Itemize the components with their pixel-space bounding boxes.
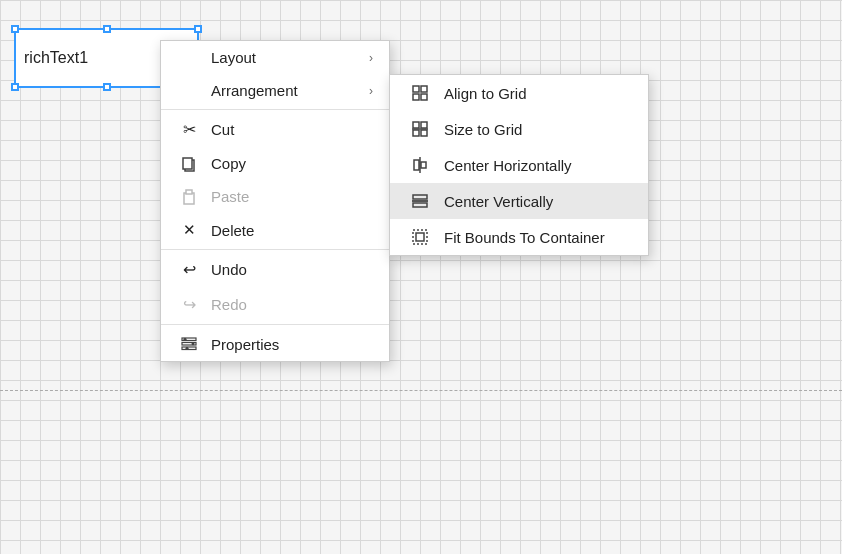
arrangement-submenu: Align to Grid Size to Grid [389, 74, 649, 256]
properties-icon [177, 335, 201, 353]
divider-3 [161, 324, 389, 325]
svg-rect-2 [413, 94, 419, 100]
submenu-item-align-to-grid[interactable]: Align to Grid [390, 75, 648, 111]
menu-item-copy-label: Copy [211, 155, 373, 172]
fit-bounds-icon [406, 228, 434, 246]
menu-item-redo-label: Redo [211, 296, 373, 313]
svg-point-24 [184, 338, 187, 341]
center-horizontally-icon [406, 156, 434, 174]
arrangement-arrow-icon: › [369, 84, 373, 98]
submenu-item-fit-bounds[interactable]: Fit Bounds To Container [390, 219, 648, 255]
handle-bottom-middle [103, 83, 111, 91]
svg-rect-20 [186, 190, 192, 194]
svg-rect-23 [182, 347, 196, 350]
element-label: richText1 [24, 49, 88, 67]
menu-item-cut[interactable]: Cut [161, 112, 389, 147]
menu-item-undo-label: Undo [211, 261, 373, 278]
menu-item-paste-label: Paste [211, 188, 373, 205]
svg-rect-0 [413, 86, 419, 92]
divider-2 [161, 249, 389, 250]
menu-item-paste: Paste [161, 180, 389, 213]
submenu-item-center-vertically[interactable]: Center Vertically [390, 183, 648, 219]
handle-top-right [194, 25, 202, 33]
svg-rect-12 [413, 195, 427, 199]
center-horizontally-label: Center Horizontally [444, 157, 632, 174]
redo-icon [177, 295, 201, 314]
svg-rect-4 [413, 122, 419, 128]
center-vertically-label: Center Vertically [444, 193, 632, 210]
handle-top-left [11, 25, 19, 33]
svg-point-26 [186, 347, 189, 350]
center-vertically-icon [406, 192, 434, 210]
svg-rect-18 [183, 158, 192, 169]
svg-rect-15 [413, 230, 427, 244]
handle-bottom-left [11, 83, 19, 91]
svg-rect-7 [421, 130, 427, 136]
copy-icon [177, 156, 201, 172]
menu-item-arrangement[interactable]: Arrangement › Align to Grid [161, 74, 389, 107]
align-to-grid-label: Align to Grid [444, 85, 632, 102]
svg-rect-13 [413, 203, 427, 207]
menu-item-layout[interactable]: Layout › [161, 41, 389, 74]
menu-item-properties[interactable]: Properties [161, 327, 389, 361]
svg-rect-5 [421, 122, 427, 128]
svg-rect-6 [413, 130, 419, 136]
menu-item-redo: Redo [161, 287, 389, 322]
handle-top-middle [103, 25, 111, 33]
menu-item-undo[interactable]: Undo [161, 252, 389, 287]
svg-rect-10 [421, 162, 426, 168]
menu-item-delete[interactable]: Delete [161, 213, 389, 247]
align-to-grid-icon [406, 84, 434, 102]
menu-item-cut-label: Cut [211, 121, 373, 138]
menu-item-properties-label: Properties [211, 336, 373, 353]
size-to-grid-icon [406, 120, 434, 138]
svg-rect-3 [421, 94, 427, 100]
menu-item-layout-label: Layout [211, 49, 369, 66]
svg-rect-1 [421, 86, 427, 92]
menu-item-arrangement-label: Arrangement [211, 82, 369, 99]
fit-bounds-label: Fit Bounds To Container [444, 229, 632, 246]
submenu-item-size-to-grid[interactable]: Size to Grid [390, 111, 648, 147]
divider-1 [161, 109, 389, 110]
size-to-grid-label: Size to Grid [444, 121, 632, 138]
svg-rect-9 [414, 160, 419, 170]
menu-item-copy[interactable]: Copy [161, 147, 389, 180]
menu-item-delete-label: Delete [211, 222, 373, 239]
submenu-item-center-horizontally[interactable]: Center Horizontally [390, 147, 648, 183]
scissors-icon [177, 120, 201, 139]
svg-point-25 [192, 342, 195, 345]
svg-rect-16 [416, 233, 424, 241]
context-menu: Layout › Arrangement › Align to Grid [160, 40, 390, 362]
dashed-divider [0, 390, 842, 391]
undo-icon [177, 260, 201, 279]
delete-icon [177, 221, 201, 239]
layout-arrow-icon: › [369, 51, 373, 65]
paste-icon [177, 189, 201, 205]
